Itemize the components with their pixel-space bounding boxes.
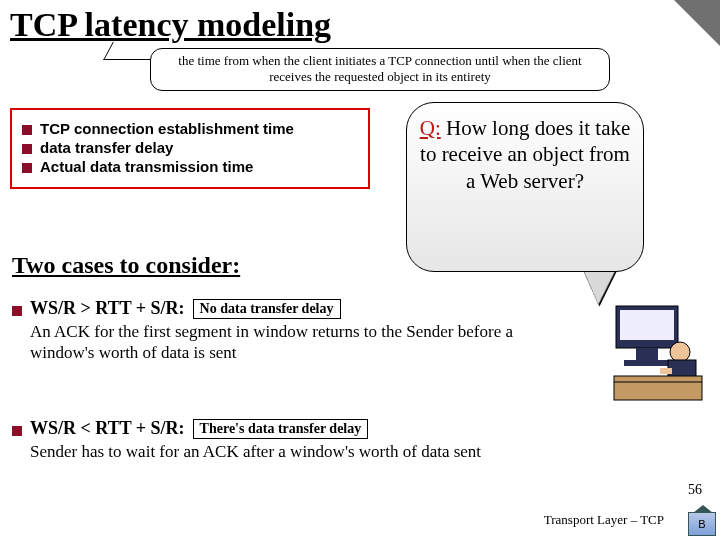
- case-label: WS/R < RTT + S/R:: [30, 418, 185, 439]
- home-button[interactable]: B: [688, 512, 716, 536]
- bullet-icon: [22, 125, 32, 135]
- bullet-text: TCP connection establishment time: [40, 120, 294, 137]
- q-text: How long does it take to receive an obje…: [420, 116, 630, 193]
- svg-rect-6: [660, 368, 672, 374]
- server-clipart: [610, 296, 706, 404]
- svg-rect-3: [624, 360, 672, 366]
- components-box: TCP connection establishment time data t…: [10, 108, 370, 189]
- svg-rect-2: [636, 348, 658, 360]
- slide-title: TCP latency modeling: [0, 0, 720, 46]
- svg-point-4: [670, 342, 690, 362]
- svg-rect-1: [620, 310, 674, 340]
- footer-text: Transport Layer – TCP: [544, 512, 664, 528]
- list-item: data transfer delay: [22, 139, 358, 156]
- home-label: B: [698, 518, 705, 530]
- cases-heading: Two cases to consider:: [12, 252, 240, 279]
- definition-callout: the time from when the client initiates …: [150, 48, 610, 91]
- list-item: Actual data transmission time: [22, 158, 358, 175]
- list-item: TCP connection establishment time: [22, 120, 358, 137]
- bullet-icon: [12, 426, 22, 436]
- bullet-icon: [12, 306, 22, 316]
- case-1: WS/R > RTT + S/R: No data transfer delay…: [12, 298, 572, 364]
- svg-rect-7: [614, 376, 702, 400]
- case-body: Sender has to wait for an ACK after a wi…: [12, 441, 572, 462]
- bullet-text: data transfer delay: [40, 139, 173, 156]
- case-tag: No data transfer delay: [193, 299, 341, 319]
- case-label: WS/R > RTT + S/R:: [30, 298, 185, 319]
- q-label: Q:: [420, 116, 441, 140]
- page-corner-fold: [674, 0, 720, 46]
- bullet-icon: [22, 163, 32, 173]
- bullet-icon: [22, 144, 32, 154]
- case-body: An ACK for the first segment in window r…: [12, 321, 572, 364]
- bullet-text: Actual data transmission time: [40, 158, 253, 175]
- question-bubble: Q: How long does it take to receive an o…: [406, 102, 644, 272]
- case-2: WS/R < RTT + S/R: There's data transfer …: [12, 418, 572, 462]
- case-tag: There's data transfer delay: [193, 419, 369, 439]
- page-number: 56: [688, 482, 702, 498]
